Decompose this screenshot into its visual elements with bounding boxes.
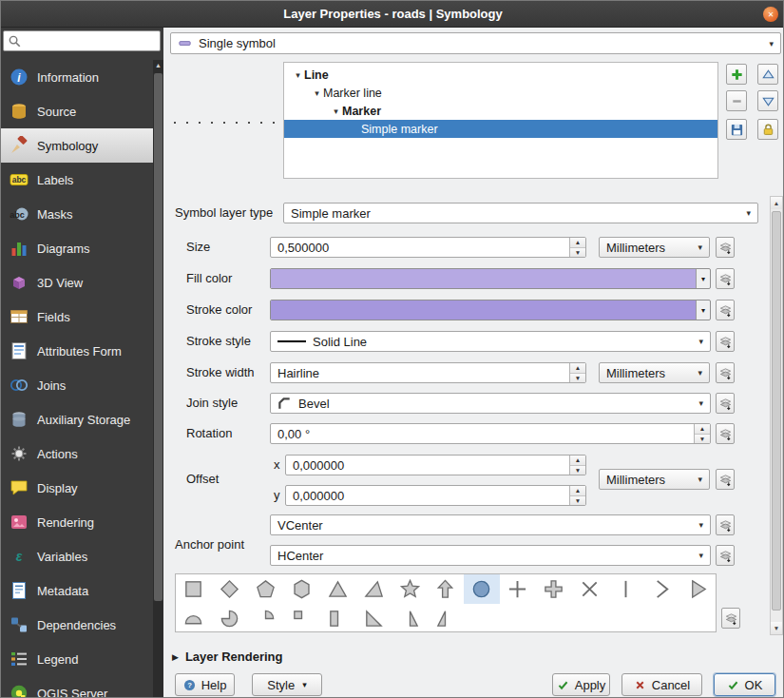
expander-icon[interactable]: ▾: [292, 70, 304, 80]
rotation-spinner[interactable]: ▲▼: [694, 424, 710, 443]
size-unit-combo[interactable]: Millimeters ▾: [599, 237, 710, 258]
shape-star[interactable]: [392, 574, 428, 604]
tree-item-line[interactable]: ▾Line: [284, 66, 717, 84]
join-style-combo[interactable]: Bevel ▾: [270, 393, 711, 414]
shape-cross[interactable]: [500, 574, 536, 604]
anchor-vertical-combo[interactable]: VCenter ▾: [270, 514, 711, 535]
sidebar-item-rendering[interactable]: Rendering: [1, 505, 163, 539]
shape-arrow[interactable]: [428, 574, 464, 604]
sidebar-search[interactable]: [3, 30, 161, 51]
shape-data-defined-button[interactable]: [721, 608, 740, 629]
offset-y-spinner[interactable]: ▲▼: [569, 486, 585, 505]
search-input[interactable]: [26, 34, 156, 48]
sidebar-item-metadata[interactable]: Metadata: [1, 573, 163, 608]
sidebar-item-symbology[interactable]: Symbology: [1, 128, 163, 163]
scrollbar-thumb[interactable]: [772, 211, 781, 611]
shape-circle[interactable]: [464, 574, 500, 604]
stroke-color-data-defined-button[interactable]: [716, 300, 735, 320]
stroke-style-combo[interactable]: Solid Line ▾: [270, 331, 711, 352]
shape-left-half-triangle[interactable]: [428, 604, 464, 632]
stroke-style-data-defined-button[interactable]: [716, 331, 735, 352]
close-button[interactable]: ✕: [763, 7, 778, 22]
sidebar-item-variables[interactable]: εVariables: [1, 539, 163, 573]
scroll-up-icon[interactable]: ▲: [771, 197, 782, 209]
sidebar-item-legend[interactable]: Legend: [1, 642, 163, 676]
fill-color-button[interactable]: ▾: [270, 268, 711, 289]
scroll-up-icon[interactable]: ▲: [153, 60, 163, 71]
chevron-down-icon[interactable]: ▾: [696, 269, 710, 288]
size-input[interactable]: 0,500000 ▲▼: [270, 237, 586, 258]
stroke-width-input[interactable]: Hairline ▲▼: [270, 362, 586, 383]
shape-gallery[interactable]: [175, 573, 717, 632]
rotation-input[interactable]: 0,00 ° ▲▼: [270, 423, 711, 444]
offset-x-input[interactable]: 0,000000 ▲▼: [285, 455, 586, 475]
stroke-color-button[interactable]: ▾: [270, 300, 711, 320]
ok-button[interactable]: OK: [714, 673, 775, 696]
stroke-width-unit-combo[interactable]: Millimeters ▾: [599, 362, 710, 383]
tree-item-simple-marker[interactable]: Simple marker: [284, 120, 717, 138]
offset-x-spinner[interactable]: ▲▼: [569, 456, 585, 475]
shape-hexagon[interactable]: [284, 574, 320, 604]
shape-filled-arrowhead[interactable]: [679, 574, 716, 604]
layer-rendering-section[interactable]: ▶ Layer Rendering: [172, 650, 283, 664]
shape-square[interactable]: [176, 574, 212, 604]
shape-line[interactable]: [607, 574, 643, 604]
sidebar-item-joins[interactable]: Joins: [1, 368, 163, 402]
shape-third-circle[interactable]: [212, 604, 248, 632]
sidebar-item-labels[interactable]: abcLabels: [1, 163, 163, 197]
shape-arrowhead[interactable]: [643, 574, 679, 604]
shape-diamond[interactable]: [212, 574, 248, 604]
tree-item-marker-line[interactable]: ▾Marker line: [284, 84, 717, 102]
shape-triangle[interactable]: [319, 574, 355, 604]
offset-unit-combo[interactable]: Millimeters ▾: [599, 469, 710, 490]
shape-cross2[interactable]: [572, 574, 608, 604]
titlebar[interactable]: Layer Properties - roads | Symbology ✕: [1, 1, 784, 28]
scroll-down-icon[interactable]: ▼: [771, 622, 782, 634]
tree-item-marker[interactable]: ▾Marker: [284, 102, 717, 120]
sidebar-item-attributes-form[interactable]: Attributes Form: [1, 334, 163, 368]
shape-semi-circle[interactable]: [176, 604, 212, 632]
shape-equilateral-triangle[interactable]: [355, 574, 392, 604]
symbol-tree[interactable]: ▾Line▾Marker line▾MarkerSimple marker: [283, 62, 718, 179]
style-button[interactable]: Style ▾: [252, 673, 322, 696]
add-symbol-layer-button[interactable]: [726, 64, 747, 85]
lock-color-button[interactable]: [757, 119, 778, 140]
chevron-down-icon[interactable]: ▾: [696, 301, 710, 320]
sidebar-item-auxiliary-storage[interactable]: Auxiliary Storage: [1, 402, 163, 436]
symbol-layer-type-combo[interactable]: Simple marker ▾: [283, 203, 758, 223]
sidebar-item-actions[interactable]: Actions: [1, 436, 163, 471]
fill-color-data-defined-button[interactable]: [716, 268, 735, 289]
shape-diagonal-half-square[interactable]: [355, 604, 392, 632]
anchor-horizontal-data-defined-button[interactable]: [716, 545, 735, 566]
shape-quarter-circle[interactable]: [248, 604, 284, 632]
apply-button[interactable]: Apply: [552, 673, 610, 696]
shape-right-half-triangle[interactable]: [392, 604, 428, 632]
size-spinner[interactable]: ▲▼: [569, 238, 585, 257]
sidebar-item-source[interactable]: Source: [1, 94, 163, 128]
anchor-horizontal-combo[interactable]: HCenter ▾: [270, 545, 711, 566]
sidebar-item-3d-view[interactable]: 3D View: [1, 265, 163, 300]
sidebar-item-masks[interactable]: abcMasks: [1, 197, 163, 231]
shape-cross-fill[interactable]: [536, 574, 572, 604]
save-symbol-button[interactable]: [726, 119, 747, 140]
sidebar-item-dependencies[interactable]: Dependencies: [1, 608, 163, 642]
help-button[interactable]: ? Help: [175, 673, 235, 696]
offset-data-defined-button[interactable]: [716, 469, 735, 490]
expander-icon[interactable]: ▾: [311, 88, 323, 98]
rotation-data-defined-button[interactable]: [716, 423, 735, 444]
move-down-button[interactable]: [757, 90, 778, 111]
move-up-button[interactable]: [757, 64, 778, 85]
scrollbar-thumb[interactable]: [154, 73, 163, 601]
properties-scrollbar[interactable]: ▲ ▼: [770, 196, 783, 635]
expander-icon[interactable]: ▾: [330, 107, 342, 116]
cancel-button[interactable]: Cancel: [621, 673, 702, 696]
stroke-width-spinner[interactable]: ▲▼: [569, 363, 585, 382]
shape-pentagon[interactable]: [248, 574, 284, 604]
join-style-data-defined-button[interactable]: [716, 393, 735, 414]
shape-half-square[interactable]: [319, 604, 355, 632]
offset-y-input[interactable]: 0,000000 ▲▼: [285, 485, 586, 506]
sidebar-item-qgis-server[interactable]: QGIS Server: [1, 676, 163, 698]
sidebar-item-display[interactable]: Display: [1, 471, 163, 505]
sidebar-item-diagrams[interactable]: Diagrams: [1, 231, 163, 265]
anchor-vertical-data-defined-button[interactable]: [716, 514, 735, 535]
